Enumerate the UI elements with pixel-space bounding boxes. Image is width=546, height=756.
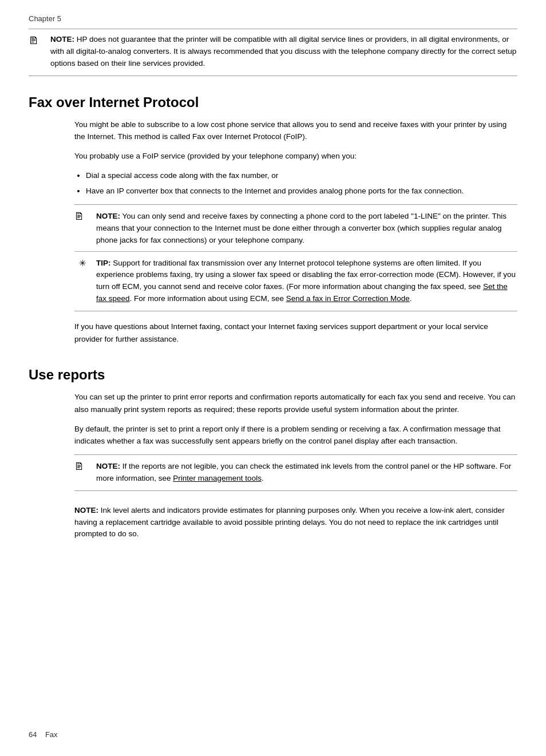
section1-para2: You probably use a FoIP service (provide… <box>74 150 517 163</box>
section1-tip-end: . <box>410 294 412 303</box>
section1-tip-body: Support for traditional fax transmission… <box>96 259 516 291</box>
section1-note-row: 🖹 NOTE: You can only send and receive fa… <box>74 205 517 252</box>
section2-note1-label: NOTE: <box>96 462 120 470</box>
note-tip-combined: 🖹 NOTE: You can only send and receive fa… <box>74 204 517 311</box>
section2-heading: Use reports <box>29 367 517 383</box>
section1-note-icon: 🖹 <box>74 211 90 223</box>
chapter-label: Chapter 5 <box>29 14 517 23</box>
section1-para1: You might be able to subscribe to a low … <box>74 118 517 143</box>
footer-page-number: 64 <box>29 730 37 739</box>
section1-tip-row: ✳ TIP: Support for traditional fax trans… <box>74 252 517 311</box>
section1-note-label: NOTE: <box>96 212 120 220</box>
bullet-text-2: Have an IP converter box that connects t… <box>86 187 464 195</box>
page-footer: 64 Fax <box>29 730 58 739</box>
section1-note-text: NOTE: You can only send and receive faxe… <box>96 211 517 247</box>
list-item: Dial a special access code along with th… <box>86 169 517 182</box>
section2-note1-end: . <box>262 474 264 482</box>
section2-note2-body: Ink level alerts and indicators provide … <box>74 506 505 539</box>
section2-note2-label: NOTE: <box>74 506 98 514</box>
footer-section-label: Fax <box>45 730 58 739</box>
section1-tip-icon: ✳ <box>74 258 90 268</box>
list-item: Have an IP converter box that connects t… <box>86 185 517 197</box>
bullet-text-1: Dial a special access code along with th… <box>86 171 278 180</box>
section2-note2-text: NOTE: Ink level alerts and indicators pr… <box>74 505 517 541</box>
send-fax-ecm-link[interactable]: Send a fax in Error Correction Mode <box>286 294 410 303</box>
section2-para1: You can set up the printer to print erro… <box>74 391 517 415</box>
top-note-label: NOTE: <box>50 35 74 43</box>
section2-para2: By default, the printer is set to print … <box>74 423 517 448</box>
page: Chapter 5 🖹 NOTE: HP does not guarantee … <box>0 0 546 756</box>
top-note-icon: 🖹 <box>29 35 45 47</box>
section1-closing: If you have questions about Internet fax… <box>74 320 517 345</box>
section2-note1-box: 🖹 NOTE: If the reports are not legible, … <box>74 454 517 491</box>
section1-tip-text: TIP: Support for traditional fax transmi… <box>96 258 517 306</box>
section1-tip-mid: . For more information about using ECM, … <box>130 294 286 303</box>
section2-note2-box: NOTE: Ink level alerts and indicators pr… <box>74 499 517 547</box>
top-note-box: 🖹 NOTE: HP does not guarantee that the p… <box>29 29 517 76</box>
section2-note1-row: 🖹 NOTE: If the reports are not legible, … <box>74 461 517 485</box>
section2-note1-text: NOTE: If the reports are not legible, yo… <box>96 461 517 485</box>
section1-heading: Fax over Internet Protocol <box>29 94 517 110</box>
section1-note-body: You can only send and receive faxes by c… <box>96 212 507 244</box>
top-note-text: NOTE: HP does not guarantee that the pri… <box>50 34 517 70</box>
printer-mgmt-link[interactable]: Printer management tools <box>173 474 262 482</box>
section2-note1-icon: 🖹 <box>74 461 90 473</box>
section1-tip-label: TIP: <box>96 259 111 267</box>
section1-bullet-list: Dial a special access code along with th… <box>86 169 517 197</box>
top-note-body: HP does not guarantee that the printer w… <box>50 35 516 68</box>
section2-note1-body: If the reports are not legible, you can … <box>96 462 511 482</box>
